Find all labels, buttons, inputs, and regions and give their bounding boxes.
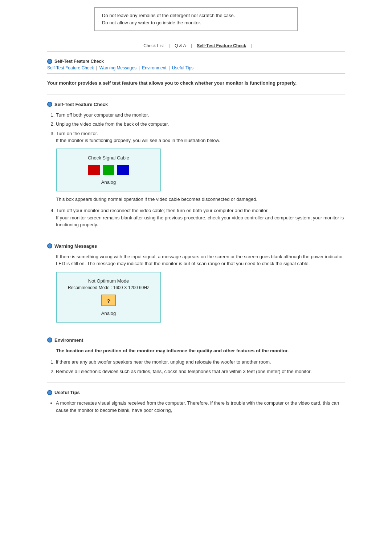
page-title-row: Self-Test Feature Check xyxy=(47,59,345,64)
step-2: Unplug the video cable from the back of … xyxy=(56,121,345,128)
step-4: Turn off your monitor and reconnect the … xyxy=(56,207,345,228)
nav-tabs: Check List | Q & A | Self-Test Feature C… xyxy=(47,42,345,52)
tab-self-test[interactable]: Self-Test Feature Check xyxy=(193,42,250,50)
subnav-useful-tips[interactable]: Useful Tips xyxy=(172,65,193,70)
divider-1 xyxy=(47,94,345,94)
environment-heading: Environment xyxy=(47,337,345,343)
tab-qa[interactable]: Q & A xyxy=(171,42,189,50)
page-title: Self-Test Feature Check xyxy=(54,59,104,64)
warning-box: Do not leave any remains of the detergen… xyxy=(94,7,298,31)
subnav-warning[interactable]: Warning Messages xyxy=(99,65,136,70)
useful-tips-heading: Useful Tips xyxy=(47,390,345,395)
red-block xyxy=(88,165,100,175)
subnav-self-test[interactable]: Self-Test Feature Check xyxy=(47,65,94,70)
mode-subtitle: Recommended Mode : 1600 X 1200 60Hz xyxy=(64,285,153,290)
sub-nav: Self-Test Feature Check | Warning Messag… xyxy=(47,65,345,74)
page-icon xyxy=(47,59,52,64)
step-4-continuation: If your monitor screen remains blank aft… xyxy=(56,215,344,228)
mode-title: Not Optimum Mode xyxy=(64,278,153,284)
environment-list: if there are any sub woofer speakers nea… xyxy=(47,358,345,375)
useful-tips-icon xyxy=(47,390,52,395)
environment-icon xyxy=(47,337,52,343)
step-4-list: Turn off your monitor and reconnect the … xyxy=(47,207,345,228)
environment-title: Environment xyxy=(54,337,83,343)
question-box: ? xyxy=(101,295,116,306)
warning-messages-text: If there is something wrong with the inp… xyxy=(56,253,345,267)
divider-3 xyxy=(47,330,345,330)
subnav-environment[interactable]: Environment xyxy=(142,65,166,70)
self-test-steps: Turn off both your computer and the moni… xyxy=(47,112,345,144)
warning-icon xyxy=(47,243,52,248)
signal-box-title: Check Signal Cable xyxy=(64,155,153,161)
environment-intro: The location and the position of the mon… xyxy=(56,347,345,355)
warning-messages-heading: Warning Messages xyxy=(47,243,345,249)
mode-label: Analog xyxy=(64,311,153,316)
warning-line2: Do not allow any water to go inside the … xyxy=(102,20,201,25)
divider-2 xyxy=(47,236,345,236)
step-3-continuation: If the monitor is functioning properly, … xyxy=(56,138,220,143)
warning-line1: Do not leave any remains of the detergen… xyxy=(102,13,235,18)
useful-tips-title: Useful Tips xyxy=(54,390,80,395)
step-1: Turn off both your computer and the moni… xyxy=(56,112,345,119)
useful-tips-list: A monitor recreates visual signals recei… xyxy=(47,400,345,414)
warning-messages-title: Warning Messages xyxy=(54,243,97,249)
self-test-heading: Self-Test Feature Check xyxy=(47,102,345,107)
tip-item-1: A monitor recreates visual signals recei… xyxy=(56,400,345,414)
divider-4 xyxy=(47,382,345,382)
after-signal-text: This box appears during normal operation… xyxy=(56,196,345,203)
signal-box-label: Analog xyxy=(64,179,153,185)
blue-block xyxy=(117,165,129,175)
env-item-1: if there are any sub woofer speakers nea… xyxy=(56,358,345,366)
tab-checklist[interactable]: Check List xyxy=(140,42,167,50)
intro-text: Your monitor provides a self test featur… xyxy=(47,80,345,87)
self-test-icon xyxy=(47,102,52,107)
color-blocks xyxy=(64,165,153,175)
env-item-2: Remove all electronic devices such as ra… xyxy=(56,368,345,375)
warning-mode-box: Not Optimum Mode Recommended Mode : 1600… xyxy=(56,272,161,323)
step-3: Turn on the monitor. If the monitor is f… xyxy=(56,130,345,144)
green-block xyxy=(103,165,114,175)
signal-cable-box: Check Signal Cable Analog xyxy=(56,149,161,191)
self-test-title: Self-Test Feature Check xyxy=(54,102,108,107)
